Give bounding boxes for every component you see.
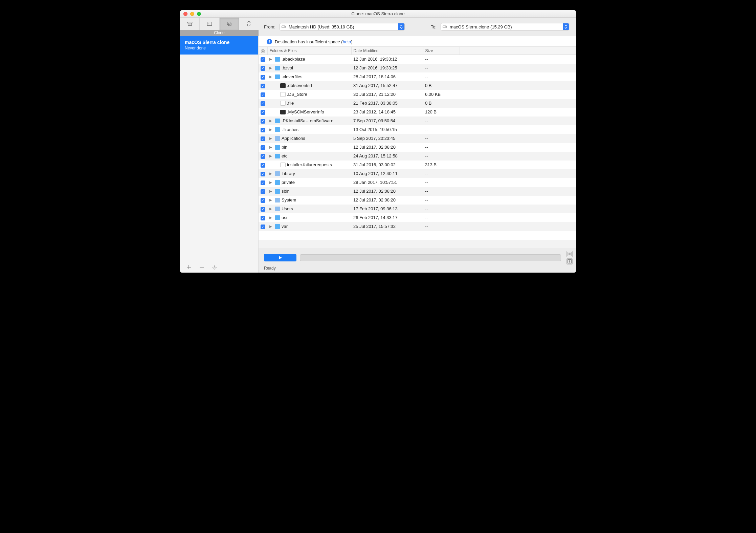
row-checkbox[interactable]: ✓ <box>261 128 265 132</box>
disclosure-triangle[interactable]: ▶ <box>269 136 272 140</box>
row-checkbox[interactable]: ✓ <box>261 66 265 71</box>
row-checkbox[interactable]: ✓ <box>261 110 265 115</box>
from-dropdown[interactable]: Macintosh HD (Used: 350.19 GB) <box>280 23 405 30</box>
row-checkbox[interactable]: ✓ <box>261 198 265 203</box>
row-checkbox[interactable]: ✓ <box>261 145 265 150</box>
row-date: 13 Oct 2015, 19:50:15 <box>351 125 423 134</box>
row-checkbox[interactable]: ✓ <box>261 172 265 176</box>
gear-icon <box>212 264 217 270</box>
exec-icon <box>280 110 286 114</box>
table-row[interactable]: ✓ ▶ .Trashes 13 Oct 2015, 19:50:15 -- <box>259 125 576 134</box>
settings-button[interactable] <box>212 264 217 270</box>
row-date: 24 Aug 2017, 15:12:58 <box>351 152 423 161</box>
row-name: var <box>282 224 288 229</box>
row-checkbox[interactable]: ✓ <box>261 216 265 220</box>
table-row[interactable]: ✓ .file 21 Feb 2017, 03:38:05 0 B <box>259 99 576 108</box>
sysfolder-icon <box>275 136 280 141</box>
table-row[interactable]: ✓ ▶ Users 17 Feb 2017, 09:36:13 -- <box>259 205 576 213</box>
row-date: 30 Jul 2017, 21:12:20 <box>351 90 423 99</box>
table-row[interactable]: ✓ .MySCMServerInfo 23 Jul 2012, 14:18:45… <box>259 108 576 116</box>
table-row[interactable]: ✓ ▶ .cleverfiles 28 Jul 2017, 18:14:06 -… <box>259 72 576 81</box>
row-checkbox[interactable]: ✓ <box>261 225 265 229</box>
row-checkbox[interactable]: ✓ <box>261 154 265 159</box>
table-row-empty <box>259 231 576 240</box>
table-row[interactable]: ✓ ▶ private 29 Jan 2017, 10:57:51 -- <box>259 178 576 187</box>
disclosure-triangle[interactable]: ▶ <box>269 225 272 228</box>
table-row[interactable]: ✓ .DS_Store 30 Jul 2017, 21:12:20 6.00 K… <box>259 90 576 99</box>
mode-clone-button[interactable] <box>220 18 239 30</box>
table-row[interactable]: ✓ ▶ var 25 Jul 2017, 15:57:32 -- <box>259 222 576 231</box>
disclosure-triangle[interactable]: ▶ <box>269 172 272 175</box>
task-subtitle: Never done <box>185 46 253 50</box>
mode-backup-button[interactable] <box>180 18 200 30</box>
row-checkbox[interactable]: ✓ <box>261 207 265 212</box>
svg-rect-9 <box>282 26 286 28</box>
row-checkbox[interactable]: ✓ <box>261 57 265 62</box>
column-header-date[interactable]: Date Modified <box>351 47 423 55</box>
disclosure-triangle[interactable]: ▶ <box>269 145 272 149</box>
mode-restore-button[interactable] <box>200 18 219 30</box>
row-size: -- <box>423 116 460 125</box>
table-row[interactable]: ✓ ▶ System 12 Jul 2017, 02:08:20 -- <box>259 196 576 205</box>
plus-icon <box>186 265 191 270</box>
info-button[interactable] <box>566 258 573 264</box>
disclosure-triangle[interactable]: ▶ <box>269 75 272 79</box>
row-date: 29 Jan 2017, 10:57:51 <box>351 178 423 187</box>
column-header-target[interactable] <box>259 47 267 55</box>
table-row[interactable]: ✓ ▶ .abackblaze 12 Jun 2016, 19:33:12 -- <box>259 55 576 64</box>
table-row[interactable]: ✓ ▶ Library 10 Aug 2017, 12:40:11 -- <box>259 169 576 178</box>
disclosure-triangle[interactable]: ▶ <box>269 180 272 184</box>
body: macOS Sierra clone Never done ! De <box>180 36 576 273</box>
row-size: -- <box>423 143 460 152</box>
disclosure-triangle[interactable]: ▶ <box>269 198 272 202</box>
table-row[interactable]: ✓ .dbfseventsd 31 Aug 2017, 15:52:47 0 B <box>259 81 576 90</box>
row-checkbox[interactable]: ✓ <box>261 119 265 124</box>
table-row[interactable]: ✓ ▶ .PKInstallSa…emSoftware 7 Sep 2017, … <box>259 116 576 125</box>
log-button[interactable] <box>566 251 573 257</box>
table-row[interactable]: ✓ ▶ usr 26 Feb 2017, 14:33:17 -- <box>259 213 576 222</box>
row-checkbox[interactable]: ✓ <box>261 163 265 168</box>
column-header-name[interactable]: Folders & Files <box>267 47 351 55</box>
row-checkbox[interactable]: ✓ <box>261 180 265 185</box>
row-date: 23 Jul 2012, 14:18:45 <box>351 108 423 116</box>
start-button[interactable] <box>264 254 296 261</box>
disclosure-triangle[interactable]: ▶ <box>269 189 272 193</box>
disclosure-triangle[interactable]: ▶ <box>269 66 272 70</box>
column-header-size[interactable]: Size <box>423 47 460 55</box>
disclosure-triangle[interactable]: ▶ <box>269 128 272 131</box>
sidebar-task-item[interactable]: macOS Sierra clone Never done <box>180 36 258 55</box>
corner-icons <box>564 251 573 264</box>
disclosure-triangle[interactable]: ▶ <box>269 207 272 211</box>
row-size: -- <box>423 169 460 178</box>
disclosure-triangle[interactable]: ▶ <box>269 119 272 123</box>
add-task-button[interactable] <box>186 264 192 270</box>
disclosure-triangle[interactable]: ▶ <box>269 57 272 61</box>
table-row[interactable]: ✓ installer.failurerequests 31 Jul 2016,… <box>259 161 576 169</box>
folder-icon <box>275 145 280 150</box>
table-row[interactable]: ✓ ▶ bin 12 Jul 2017, 02:08:20 -- <box>259 143 576 152</box>
remove-task-button[interactable] <box>199 264 204 270</box>
folder-icon <box>275 154 280 158</box>
to-dropdown[interactable]: macOS Sierra clone (15.29 GB) <box>441 23 569 30</box>
row-checkbox[interactable]: ✓ <box>261 189 265 194</box>
warning-row: ! Destination has insufficient space (he… <box>259 36 576 46</box>
row-size: -- <box>423 196 460 205</box>
table-row[interactable]: ✓ ▶ Applications 5 Sep 2017, 20:23:45 -- <box>259 134 576 143</box>
row-checkbox[interactable]: ✓ <box>261 92 265 97</box>
row-size: -- <box>423 178 460 187</box>
row-checkbox[interactable]: ✓ <box>261 75 265 80</box>
table-row[interactable]: ✓ ▶ etc 24 Aug 2017, 15:12:58 -- <box>259 152 576 161</box>
file-table-wrap[interactable]: Folders & Files Date Modified Size ✓ ▶ .… <box>259 46 576 249</box>
to-label: To: <box>431 24 437 29</box>
row-checkbox[interactable]: ✓ <box>261 101 265 106</box>
row-checkbox[interactable]: ✓ <box>261 136 265 141</box>
table-row[interactable]: ✓ ▶ .bzvol 12 Jun 2016, 19:33:25 -- <box>259 64 576 72</box>
disclosure-triangle[interactable]: ▶ <box>269 154 272 158</box>
disclosure-triangle[interactable]: ▶ <box>269 216 272 219</box>
file-icon <box>280 92 286 97</box>
row-checkbox[interactable]: ✓ <box>261 84 265 88</box>
table-row[interactable]: ✓ ▶ sbin 12 Jul 2017, 02:08:20 -- <box>259 187 576 196</box>
mode-sync-button[interactable] <box>239 18 259 30</box>
help-link[interactable]: help <box>343 39 351 44</box>
main-panel: ! Destination has insufficient space (he… <box>259 36 576 273</box>
